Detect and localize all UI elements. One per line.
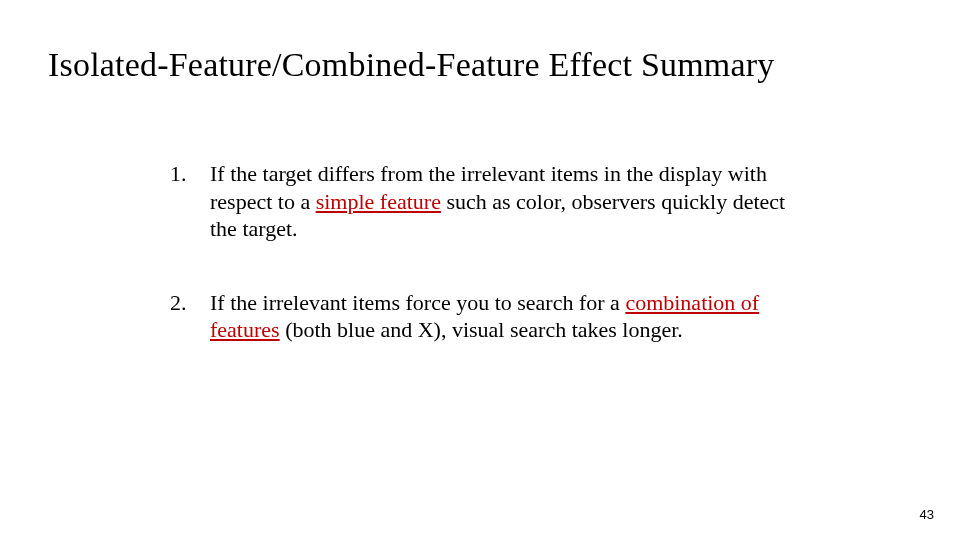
list-item-text-post: (both blue and X), visual search takes l… <box>280 317 683 342</box>
slide: Isolated-Feature/Combined-Feature Effect… <box>0 0 960 540</box>
emphasis-term: simple feature <box>316 189 441 214</box>
list-item-text-pre: If the irrelevant items force you to sea… <box>210 290 625 315</box>
numbered-list: If the target differs from the irrelevan… <box>150 160 790 344</box>
list-item: If the irrelevant items force you to sea… <box>150 289 790 344</box>
slide-body: If the target differs from the irrelevan… <box>150 160 790 344</box>
page-number: 43 <box>920 507 934 522</box>
list-item: If the target differs from the irrelevan… <box>150 160 790 243</box>
slide-title: Isolated-Feature/Combined-Feature Effect… <box>48 46 912 84</box>
